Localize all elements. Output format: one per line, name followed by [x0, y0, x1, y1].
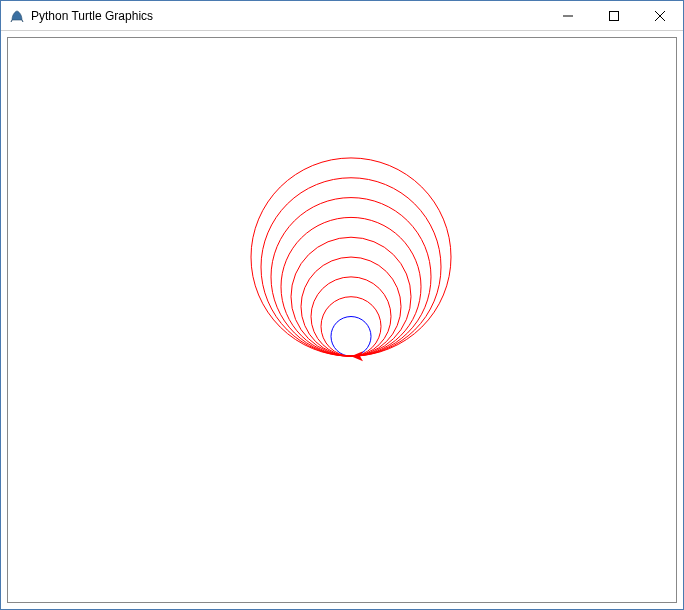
window-title: Python Turtle Graphics	[31, 9, 545, 23]
drawn-circle	[301, 257, 401, 356]
canvas-frame	[7, 37, 677, 603]
window-controls	[545, 1, 683, 30]
drawn-circle	[331, 317, 371, 357]
close-button[interactable]	[637, 1, 683, 30]
titlebar: Python Turtle Graphics	[1, 1, 683, 31]
turtle-app-icon	[9, 8, 25, 24]
app-window: Python Turtle Graphics	[0, 0, 684, 610]
svg-rect-1	[610, 11, 619, 20]
maximize-button[interactable]	[591, 1, 637, 30]
drawn-circle	[281, 217, 421, 356]
drawn-circle	[321, 297, 381, 356]
svg-marker-4	[351, 351, 363, 361]
minimize-button[interactable]	[545, 1, 591, 30]
drawn-circle	[261, 178, 441, 356]
drawn-circles	[251, 158, 451, 356]
turtle-cursor-icon	[351, 351, 363, 361]
turtle-canvas	[8, 38, 676, 602]
